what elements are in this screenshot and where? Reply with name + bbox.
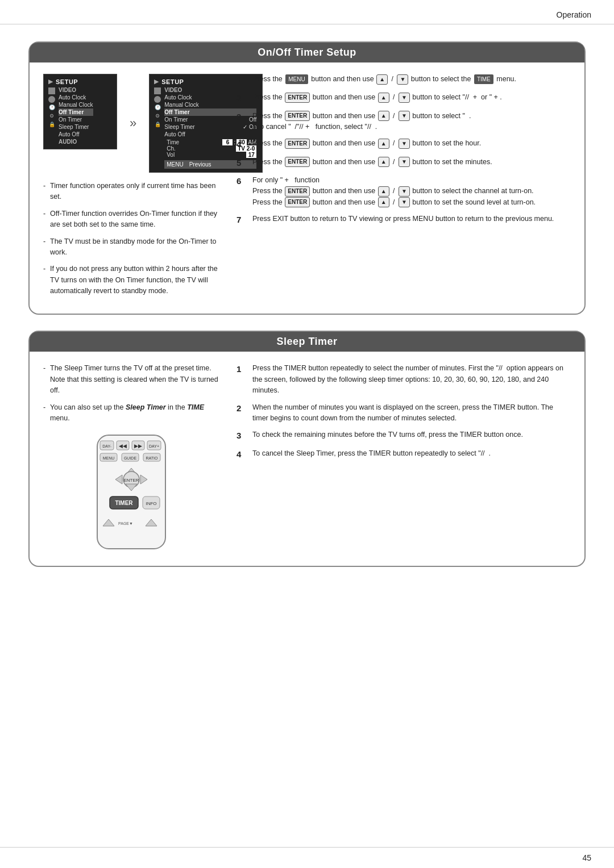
step-1: 1 Press the MENU button and then use ▲ /… — [237, 74, 571, 86]
enter-btn-s5: ENTER — [285, 157, 310, 167]
up-btn: ▲ — [376, 74, 388, 85]
menu-screen-1: ▶ SETUP 🕐 ⚙ 🔒 — [43, 74, 117, 149]
menu1-side-icons: 🕐 ⚙ 🔒 — [48, 86, 55, 145]
svg-text:ENTER: ENTER — [123, 478, 139, 483]
sleep-step-3: 3 To check the remaining minutes before … — [237, 429, 571, 442]
step-2: 2 Press the ENTER button and then use ▲ … — [237, 92, 571, 105]
m2-previous-btn: Previous — [189, 161, 211, 168]
sleep-timer-left: The Sleep Timer turns the TV off at the … — [43, 363, 219, 554]
lock-icon: 🔒 — [48, 122, 55, 128]
sleep-timer-right: 1 Press the TIMER button repeatedly to s… — [237, 363, 571, 554]
section-label: Operation — [557, 10, 591, 19]
step-6: 6 For only " + function Press the ENTER … — [237, 175, 571, 208]
svg-text:DAY-: DAY- — [102, 444, 111, 448]
sleep-timer-title: Sleep Timer — [30, 332, 584, 352]
on-off-timer-title: On/Off Timer Setup — [30, 43, 584, 62]
menu-screenshots-row: ▶ SETUP 🕐 ⚙ 🔒 — [43, 74, 219, 173]
enter-btn-s3: ENTER — [285, 111, 310, 121]
sleep-timer-steps: 1 Press the TIMER button repeatedly to s… — [237, 363, 571, 460]
sleep-note-1: The Sleep Timer turns the TV off at the … — [43, 363, 219, 396]
enter-btn-s6b: ENTER — [285, 197, 310, 207]
menu-btn-ref: MENU — [285, 74, 308, 85]
menu1-autooff: Auto Off — [59, 131, 93, 138]
svg-text:RATIO: RATIO — [146, 456, 158, 460]
video-icon — [48, 87, 55, 94]
svg-text:TIMER: TIMER — [115, 500, 133, 506]
menu1-audiolabel: AUDIO — [59, 138, 93, 145]
menu-arrow: » — [130, 116, 136, 131]
sleep-step-2: 2 When the number of minutes you want is… — [237, 402, 571, 424]
svg-text:MENU: MENU — [103, 456, 115, 460]
menu-header-1: ▶ SETUP — [48, 78, 111, 85]
enter-btn-s4: ENTER — [285, 139, 310, 149]
down-btn: ▼ — [397, 74, 408, 85]
menu1-ontimer: On Timer — [59, 116, 93, 123]
enter-btn-s6a: ENTER — [285, 186, 310, 197]
on-off-timer-body: ▶ SETUP 🕐 ⚙ 🔒 — [30, 62, 584, 314]
menu1-item-videolabel: VIDEO — [59, 86, 93, 94]
on-off-timer-steps: 1 Press the MENU button and then use ▲ /… — [237, 74, 571, 226]
menu1-autoclock: Auto Clock — [59, 94, 93, 101]
step-4: 4 Press the ENTER button and then use ▲ … — [237, 138, 571, 151]
menu1-items: VIDEO Auto Clock Manual Clock — [59, 86, 93, 145]
on-off-timer-section: On/Off Timer Setup ▶ SETUP — [28, 41, 586, 315]
svg-text:PAGE▼: PAGE▼ — [118, 521, 133, 525]
page-footer: 45 — [0, 847, 614, 868]
step-5: 5 Press the ENTER button and then use ▲ … — [237, 157, 571, 169]
svg-text:▶▶: ▶▶ — [134, 443, 142, 449]
menu1-offtimer: Off Timer — [59, 108, 93, 116]
enter-btn-s2: ENTER — [285, 93, 310, 103]
svg-text:INFO: INFO — [146, 501, 156, 506]
svg-text:◀◀: ◀◀ — [119, 443, 127, 449]
step-7: 7 Press EXIT button to return to TV view… — [237, 214, 571, 226]
remote-svg: DAY- ◀◀ ▶▶ DAY+ MENU GUIDE — [86, 429, 177, 554]
m2-colon: : — [234, 139, 235, 145]
m2-video-icon — [154, 87, 161, 94]
on-off-timer-right: 1 Press the MENU button and then use ▲ /… — [237, 74, 571, 302]
m2-option-icon: ⚙ — [154, 113, 161, 120]
menu1-layout: 🕐 ⚙ 🔒 VIDEO Auto Clock — [48, 86, 111, 145]
time-icon: 🕐 — [48, 105, 55, 111]
m2-hour: 6 — [222, 139, 233, 145]
sleep-step-4: 4 To cancel the Sleep Timer, press the T… — [237, 448, 571, 461]
sleep-timer-notes: The Sleep Timer turns the TV off at the … — [43, 363, 219, 424]
sleep-note-2: You can also set up the Sleep Timer in t… — [43, 402, 219, 424]
page-number: 45 — [582, 853, 591, 862]
m2-menu-btn: MENU — [167, 161, 183, 168]
page-header: Operation — [0, 0, 614, 24]
sleep-timer-columns: The Sleep Timer turns the TV off at the … — [43, 363, 571, 554]
svg-text:DAY+: DAY+ — [149, 444, 159, 448]
on-off-timer-notes: Timer function operates only if current … — [43, 181, 219, 297]
menu2-side-icons: 🕐 ⚙ 🔒 — [154, 86, 161, 169]
menu1-sleeptimer: Sleep Timer — [59, 123, 93, 131]
svg-text:GUIDE: GUIDE — [124, 456, 137, 460]
on-off-timer-left: ▶ SETUP 🕐 ⚙ 🔒 — [43, 74, 219, 302]
menu1-manualclock: Manual Clock — [59, 101, 93, 108]
on-off-timer-columns: ▶ SETUP 🕐 ⚙ 🔒 — [43, 74, 571, 302]
main-content: On/Off Timer Setup ▶ SETUP — [0, 24, 614, 617]
note-2: Off-Timer function overrides On-Timer fu… — [43, 208, 219, 231]
sleep-timer-section: Sleep Timer The Sleep Timer turns the TV… — [28, 331, 586, 567]
remote-container: DAY- ◀◀ ▶▶ DAY+ MENU GUIDE — [43, 429, 219, 554]
sleep-step-1: 1 Press the TIMER button repeatedly to s… — [237, 363, 571, 396]
note-1: Timer function operates only if current … — [43, 181, 219, 203]
option-icon: ⚙ — [48, 113, 55, 120]
note-4: If you do not press any button within 2 … — [43, 264, 219, 297]
m2-audio-icon — [154, 96, 161, 103]
audio-icon — [48, 96, 55, 103]
step-3: 3 Press the ENTER button and then use ▲ … — [237, 111, 571, 133]
sleep-timer-body: The Sleep Timer turns the TV off at the … — [30, 352, 584, 566]
svg-rect-0 — [97, 435, 165, 549]
m2-time-icon: 🕐 — [154, 105, 161, 111]
note-3: The TV must be in standby mode for the O… — [43, 236, 219, 258]
m2-lock-icon: 🔒 — [154, 122, 161, 128]
